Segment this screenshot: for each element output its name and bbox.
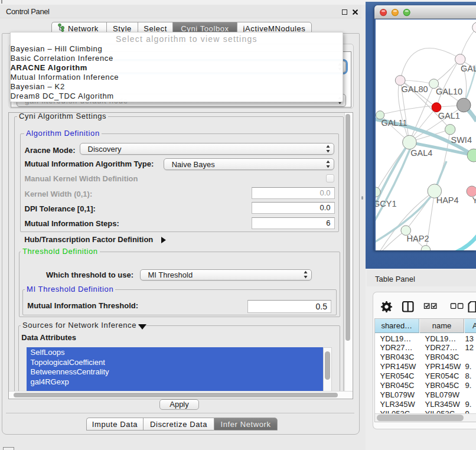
svg-text:HAP4: HAP4: [436, 195, 458, 205]
svg-text:HAP2: HAP2: [406, 234, 429, 243]
svg-text:GCY1: GCY1: [376, 199, 397, 208]
svg-text:GAL10: GAL10: [436, 86, 462, 96]
svg-text:Y: Y: [472, 195, 476, 205]
svg-text:GAL1: GAL1: [438, 110, 459, 120]
svg-text:GAL11: GAL11: [381, 118, 407, 127]
svg-text:GAL80: GAL80: [401, 84, 428, 93]
svg-text:GAL4: GAL4: [410, 148, 432, 157]
svg-text:GAL8: GAL8: [461, 64, 476, 73]
svg-text:SWI4: SWI4: [451, 135, 471, 144]
